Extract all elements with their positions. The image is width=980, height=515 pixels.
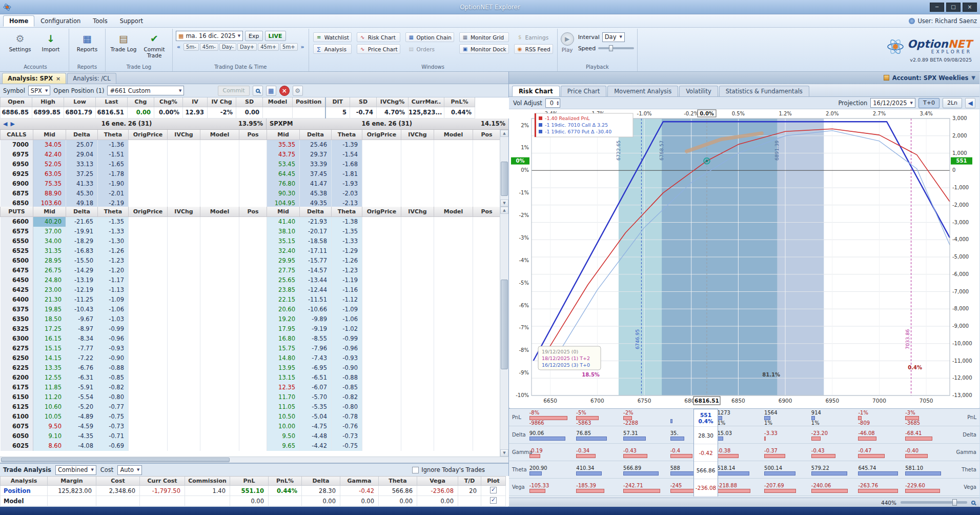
theta-cell[interactable]: -0.71 <box>98 431 129 441</box>
delta-cell[interactable]: -4.08 <box>66 441 98 451</box>
pos-cell[interactable] <box>473 305 500 314</box>
chain-row[interactable]: 695052.0533.13-1.6553.4533.39-1.68 <box>1 160 500 169</box>
zoom-slider[interactable] <box>901 501 967 504</box>
pos-cell[interactable] <box>473 392 500 402</box>
ivchg-cell[interactable] <box>168 246 200 256</box>
time-nav-5m[interactable]: 5m+ <box>280 43 297 51</box>
delta-cell[interactable]: -4.59 <box>66 422 98 431</box>
origprice-cell[interactable] <box>129 179 168 189</box>
origprice-cell[interactable] <box>129 353 168 363</box>
origprice-cell[interactable] <box>362 246 401 256</box>
ivchg-cell[interactable] <box>168 334 200 344</box>
scroll-down-icon[interactable]: ▼ <box>500 449 508 457</box>
chain-row[interactable]: 630016.15-8.34-0.9616.80-8.55-0.99 <box>1 334 500 344</box>
delta-cell[interactable]: -11.25 <box>66 295 98 305</box>
model-cell[interactable] <box>200 373 239 383</box>
pos-cell[interactable] <box>239 179 267 189</box>
mid-cell[interactable]: 34.00 <box>33 236 66 246</box>
col-model[interactable]: Model <box>200 207 239 217</box>
mid-cell[interactable]: 19.85 <box>33 305 66 314</box>
origprice-cell[interactable] <box>129 344 168 353</box>
symbol-select[interactable]: SPX▼ <box>28 86 51 95</box>
delta-cell[interactable]: 33.39 <box>300 160 332 169</box>
pos-cell[interactable] <box>239 373 267 383</box>
origprice-cell[interactable] <box>362 150 401 160</box>
tab-risk-chart[interactable]: Risk Chart <box>512 86 560 96</box>
window-toggle-option-chain[interactable]: ▦Option Chain <box>405 32 454 42</box>
origprice-cell[interactable] <box>129 140 168 150</box>
ivchg-cell[interactable] <box>401 275 434 285</box>
trade-row[interactable]: Model0.000.000.000.000.00 <box>1 496 509 506</box>
delta-cell[interactable]: -9.19 <box>300 324 332 334</box>
time-nav-day[interactable]: Day- <box>219 43 236 51</box>
menu-home[interactable]: Home <box>3 15 34 27</box>
theta-cell[interactable]: -1.51 <box>98 150 129 160</box>
time-nav-45m[interactable]: 45m- <box>200 43 218 51</box>
ivchg-cell[interactable] <box>401 140 434 150</box>
reports-button[interactable]: ▦ Reports <box>72 30 102 54</box>
pos-cell[interactable] <box>239 199 267 207</box>
col-mid[interactable]: Mid <box>267 130 300 140</box>
theta-cell[interactable]: -2.01 <box>98 189 129 199</box>
model-cell[interactable] <box>200 431 239 441</box>
scroll-up-icon[interactable]: ▲ <box>500 207 508 214</box>
model-cell[interactable] <box>434 431 473 441</box>
ivchg-cell[interactable] <box>168 275 200 285</box>
delta-cell[interactable]: -17.11 <box>300 246 332 256</box>
delta-cell[interactable]: 25.07 <box>66 140 98 150</box>
mid-cell[interactable]: 37.00 <box>33 227 66 236</box>
origprice-cell[interactable] <box>362 236 401 246</box>
t0-button[interactable]: T+0 <box>918 98 940 108</box>
delta-cell[interactable]: -18.58 <box>300 236 332 246</box>
minimize-button[interactable]: ─ <box>930 3 944 12</box>
mid-cell[interactable]: 16.80 <box>267 334 300 344</box>
model-cell[interactable] <box>200 150 239 160</box>
origprice-cell[interactable] <box>362 324 401 334</box>
ivchg-cell[interactable] <box>168 344 200 353</box>
theta-cell[interactable]: -0.99 <box>332 334 362 344</box>
ivchg-cell[interactable] <box>401 256 434 266</box>
delta-cell[interactable]: -4.75 <box>300 422 332 431</box>
cost-mode-select[interactable]: Auto▼ <box>117 465 142 475</box>
theta-cell[interactable]: -1.65 <box>98 160 129 169</box>
maximize-button[interactable]: □ <box>946 3 961 12</box>
pos-cell[interactable] <box>239 169 267 179</box>
pos-cell[interactable] <box>473 236 500 246</box>
ivchg-cell[interactable] <box>401 236 434 246</box>
delta-cell[interactable]: -6.76 <box>66 363 98 373</box>
exp-button[interactable]: Exp <box>245 31 262 41</box>
origprice-cell[interactable] <box>362 402 401 412</box>
mid-cell[interactable]: 75.35 <box>33 179 66 189</box>
model-cell[interactable] <box>200 295 239 305</box>
mid-cell[interactable]: 38.10 <box>267 227 300 236</box>
mid-cell[interactable]: 103.60 <box>33 199 66 207</box>
chain-row[interactable]: 660040.20-21.65-1.3541.40-21.93-1.38 <box>1 217 500 227</box>
mid-cell[interactable]: 23.85 <box>267 285 300 295</box>
mid-cell[interactable]: 43.75 <box>267 150 300 160</box>
col-theta[interactable]: Theta <box>98 207 129 217</box>
window-toggle-monitor-dock[interactable]: ▣Monitor Dock <box>459 44 509 54</box>
pos-cell[interactable] <box>473 295 500 305</box>
mid-cell[interactable]: 13.15 <box>267 373 300 383</box>
model-cell[interactable] <box>200 217 239 227</box>
theta-cell[interactable]: -1.29 <box>332 246 362 256</box>
theta-cell[interactable]: -1.13 <box>98 285 129 295</box>
ivchg-cell[interactable] <box>401 305 434 314</box>
col-model[interactable]: Model <box>200 130 239 140</box>
ivchg-cell[interactable] <box>168 189 200 199</box>
pos-cell[interactable] <box>473 363 500 373</box>
mid-cell[interactable]: 27.75 <box>267 266 300 275</box>
mid-cell[interactable]: 11.05 <box>267 402 300 412</box>
model-cell[interactable] <box>200 189 239 199</box>
ivchg-cell[interactable] <box>401 285 434 295</box>
pos-cell[interactable] <box>473 412 500 422</box>
origprice-cell[interactable] <box>362 285 401 295</box>
theta-cell[interactable]: -0.99 <box>98 324 129 334</box>
col-model[interactable]: Model <box>434 207 473 217</box>
pos-cell[interactable] <box>473 256 500 266</box>
ivchg-cell[interactable] <box>401 160 434 169</box>
model-cell[interactable] <box>434 160 473 169</box>
delta-cell[interactable]: -12.44 <box>300 285 332 295</box>
theta-cell[interactable]: -0.73 <box>332 431 362 441</box>
origprice-cell[interactable] <box>362 266 401 275</box>
